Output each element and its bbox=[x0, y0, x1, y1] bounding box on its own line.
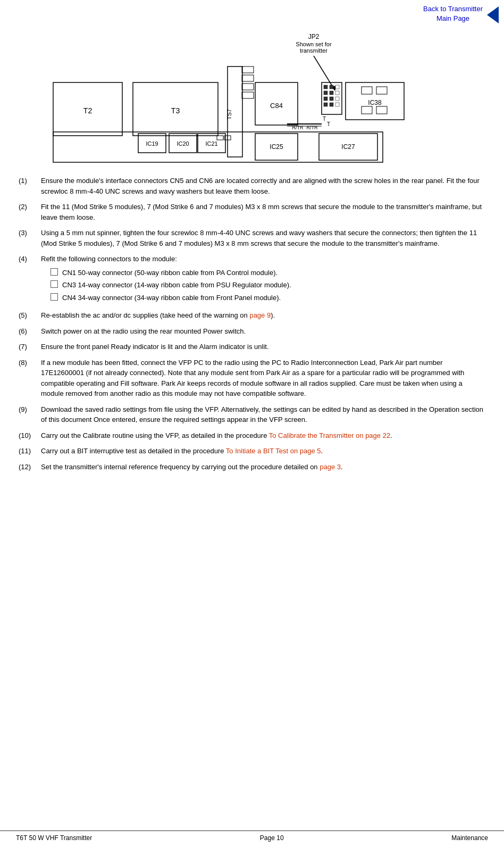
step-10-num: (10) bbox=[19, 430, 41, 441]
svg-rect-7 bbox=[242, 67, 254, 73]
svg-rect-23 bbox=[335, 91, 339, 95]
circuit-svg: JP2 Shown set for transmitter T2 T3 TS7 … bbox=[32, 29, 436, 173]
step-5-link[interactable]: page 9 bbox=[249, 311, 271, 319]
svg-rect-39 bbox=[53, 132, 383, 162]
step-3-num: (3) bbox=[19, 228, 41, 248]
step-12-text: Set the transmitter's internal reference… bbox=[41, 462, 485, 472]
step-7-num: (7) bbox=[19, 342, 41, 352]
ic27-label: IC27 bbox=[341, 143, 355, 151]
svg-rect-16 bbox=[376, 106, 387, 114]
step-6-text: Switch power on at the radio using the r… bbox=[41, 326, 485, 337]
t3-label: T3 bbox=[171, 106, 180, 115]
svg-rect-37 bbox=[217, 136, 223, 140]
step-10-link[interactable]: To Calibrate the Transmitter on page 22 bbox=[269, 431, 390, 439]
step-3: (3) Using a 5 mm nut spinner, tighten th… bbox=[19, 228, 485, 248]
bullet-icon-1 bbox=[51, 268, 58, 276]
step-4-subitem-2-text: CN3 14-way connector (14-way ribbon cabl… bbox=[62, 280, 291, 290]
c84-label: C84 bbox=[270, 102, 283, 110]
step-3-text: Using a 5 mm nut spinner, tighten the fo… bbox=[41, 228, 485, 248]
ic21-label: IC21 bbox=[205, 140, 217, 147]
step-11-link[interactable]: To Initiate a BIT Test on page 5 bbox=[226, 447, 321, 455]
back-nav-link[interactable]: Back to TransmitterMain Page bbox=[423, 5, 483, 22]
svg-rect-10 bbox=[242, 92, 254, 98]
ic38-label: IC38 bbox=[368, 99, 382, 106]
step-4-subitem-3-text: CN4 34-way connector (34-way ribbon cabl… bbox=[62, 293, 281, 303]
step-7-text: Ensure the front panel Ready indicator i… bbox=[41, 342, 485, 352]
ic25-label: IC25 bbox=[270, 143, 283, 151]
step-4-subitem-2: CN3 14-way connector (14-way ribbon cabl… bbox=[51, 280, 485, 290]
footer-left: T6T 50 W VHF Transmitter bbox=[16, 834, 92, 842]
step-5: (5) Re-establish the ac and/or dc suppli… bbox=[19, 310, 485, 321]
step-9: (9) Download the saved radio settings fr… bbox=[19, 404, 485, 425]
step-2-text: Fit the 11 (Mod Strike 5 modules), 7 (Mo… bbox=[41, 202, 485, 222]
svg-rect-24 bbox=[324, 97, 327, 101]
back-arrow-icon[interactable] bbox=[487, 6, 499, 23]
step-10: (10) Carry out the Calibrate routine usi… bbox=[19, 430, 485, 441]
back-nav[interactable]: Back to TransmitterMain Page bbox=[423, 4, 483, 23]
step-4-num: (4) bbox=[19, 254, 41, 305]
svg-rect-9 bbox=[242, 84, 254, 90]
svg-rect-29 bbox=[335, 103, 339, 106]
step-10-text: Carry out the Calibrate routine using th… bbox=[41, 430, 485, 441]
svg-rect-27 bbox=[324, 103, 327, 106]
step-11-num: (11) bbox=[19, 446, 41, 456]
circuit-diagram: JP2 Shown set for transmitter T2 T3 TS7 … bbox=[32, 29, 436, 173]
step-5-num: (5) bbox=[19, 310, 41, 321]
step-11: (11) Carry out a BIT interruptive test a… bbox=[19, 446, 485, 456]
svg-rect-28 bbox=[330, 103, 333, 106]
svg-rect-15 bbox=[362, 106, 372, 114]
svg-rect-13 bbox=[362, 87, 372, 94]
step-4-subitem-1-text: CN1 50-way connector (50-way ribbon cabl… bbox=[62, 268, 278, 278]
step-12-link[interactable]: page 3 bbox=[320, 463, 341, 471]
step-12: (12) Set the transmitter's internal refe… bbox=[19, 462, 485, 472]
svg-rect-22 bbox=[330, 91, 333, 95]
svg-rect-26 bbox=[335, 97, 339, 101]
step-4-subitem-3: CN4 34-way connector (34-way ribbon cabl… bbox=[51, 293, 485, 303]
svg-rect-14 bbox=[376, 87, 387, 94]
svg-rect-25 bbox=[330, 97, 333, 101]
step-1: (1) Ensure the module's interface connec… bbox=[19, 176, 485, 196]
bullet-icon-3 bbox=[51, 293, 58, 301]
step-1-text: Ensure the module's interface connectors… bbox=[41, 176, 485, 196]
step-8-num: (8) bbox=[19, 358, 41, 399]
footer-center: Page 10 bbox=[260, 834, 284, 842]
svg-rect-8 bbox=[242, 75, 254, 81]
t2-label: T2 bbox=[83, 106, 93, 115]
step-8-text: If a new module has been fitted, connect… bbox=[41, 358, 485, 399]
step-4-subitems: CN1 50-way connector (50-way ribbon cabl… bbox=[51, 268, 485, 303]
svg-text:transmitter: transmitter bbox=[300, 47, 327, 54]
step-9-num: (9) bbox=[19, 404, 41, 425]
step-6-num: (6) bbox=[19, 326, 41, 337]
svg-rect-18 bbox=[324, 85, 327, 89]
step-4-subitem-1: CN1 50-way connector (50-way ribbon cabl… bbox=[51, 268, 485, 278]
footer: T6T 50 W VHF Transmitter Page 10 Mainten… bbox=[0, 831, 504, 842]
bullet-icon-2 bbox=[51, 280, 58, 288]
svg-rect-19 bbox=[330, 85, 333, 89]
step-4-content: Refit the following connectors to the mo… bbox=[41, 254, 485, 305]
ic20-label: IC20 bbox=[177, 140, 189, 147]
t-label1: T bbox=[323, 116, 326, 122]
jp2-label: JP2 bbox=[308, 33, 320, 40]
step-2: (2) Fit the 11 (Mod Strike 5 modules), 7… bbox=[19, 202, 485, 222]
step-2-num: (2) bbox=[19, 202, 41, 222]
svg-rect-20 bbox=[335, 85, 339, 89]
step-6: (6) Switch power on at the radio using t… bbox=[19, 326, 485, 337]
step-12-num: (12) bbox=[19, 462, 41, 472]
ts7-label: TS7 bbox=[226, 109, 232, 120]
step-4-text: Refit the following connectors to the mo… bbox=[41, 255, 177, 263]
ic19-label: IC19 bbox=[146, 140, 158, 147]
step-11-text: Carry out a BIT interruptive test as det… bbox=[41, 446, 485, 456]
step-1-num: (1) bbox=[19, 176, 41, 196]
step-5-text: Re-establish the ac and/or dc supplies (… bbox=[41, 310, 485, 321]
t-label2: T bbox=[327, 121, 330, 127]
step-7: (7) Ensure the front panel Ready indicat… bbox=[19, 342, 485, 352]
step-9-text: Download the saved radio settings from f… bbox=[41, 404, 485, 425]
footer-right: Maintenance bbox=[451, 834, 488, 842]
step-4: (4) Refit the following connectors to th… bbox=[19, 254, 485, 305]
svg-text:Shown set for: Shown set for bbox=[296, 41, 332, 47]
svg-rect-21 bbox=[324, 91, 327, 95]
main-content: (1) Ensure the module's interface connec… bbox=[19, 176, 485, 477]
step-8: (8) If a new module has been fitted, con… bbox=[19, 358, 485, 399]
